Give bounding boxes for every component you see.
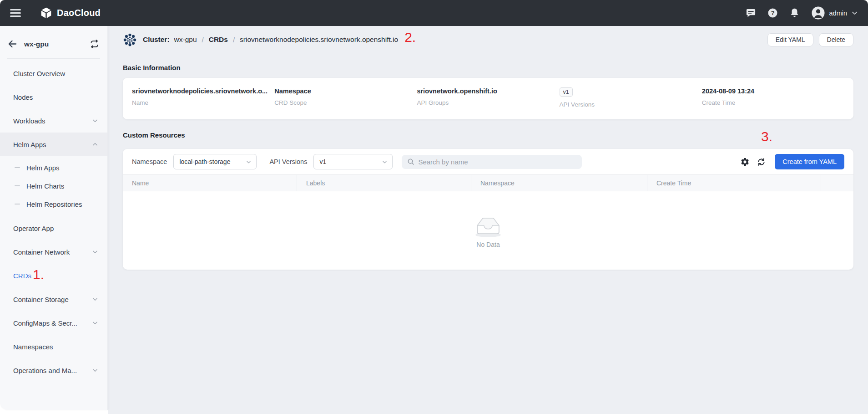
create-from-yaml-button[interactable]: Create from YAML <box>775 154 844 169</box>
chevron-down-icon <box>382 159 388 165</box>
gear-icon[interactable] <box>740 157 750 167</box>
back-arrow-icon[interactable] <box>7 39 18 49</box>
topbar-actions: ? admin <box>746 6 858 20</box>
user-menu[interactable]: admin <box>811 6 858 20</box>
filter-toolbar: Namespace local-path-storage API Version… <box>123 149 853 174</box>
field-name: sriovnetworknodepolicies.sriovnetwork.o.… <box>132 78 274 119</box>
daocloud-cube-icon <box>40 7 52 19</box>
column-header-namespace: Namespace <box>471 175 647 191</box>
breadcrumb-cluster-value[interactable]: wx-gpu <box>174 36 197 44</box>
empty-tray-icon <box>474 212 503 238</box>
chevron-down-icon <box>851 10 858 16</box>
chat-icon[interactable] <box>746 8 756 18</box>
chevron-down-icon <box>92 296 98 302</box>
sidebar-item-crds[interactable]: CRDs 1. <box>0 264 107 287</box>
sidebar-cluster-name: wx-gpu <box>24 40 49 48</box>
api-versions-select-value: v1 <box>319 158 382 165</box>
breadcrumb-cluster-label: Cluster: <box>143 36 170 44</box>
sidebar-item-cluster-overview[interactable]: Cluster Overview <box>0 61 107 85</box>
field-label: API Versions <box>560 101 702 108</box>
annotation-1: 1. <box>33 267 44 282</box>
field-label: API Groups <box>417 99 559 106</box>
sidebar-item-container-network[interactable]: Container Network <box>0 240 107 264</box>
sidebar-header: wx-gpu <box>0 26 107 49</box>
switch-cluster-icon[interactable] <box>90 39 99 49</box>
api-versions-filter-label: API Versions <box>269 158 307 165</box>
column-header-create-time: Create Time <box>647 175 821 191</box>
field-label: CRD Scope <box>274 99 417 106</box>
breadcrumb: Cluster: wx-gpu / CRDs / sriovnetworknod… <box>123 26 853 53</box>
api-groups-value: sriovnetwork.openshift.io <box>417 87 559 95</box>
sidebar-subitem-helm-charts[interactable]: Helm Charts <box>0 177 107 195</box>
sidebar-item-helm-apps-group[interactable]: Helm Apps <box>0 133 107 156</box>
sidebar-item-label: Operator App <box>13 225 54 232</box>
sidebar-menu: Cluster Overview Nodes Workloads Helm Ap… <box>0 59 107 382</box>
field-label: Create Time <box>702 99 844 106</box>
main-content: Cluster: wx-gpu / CRDs / sriovnetworknod… <box>108 26 868 414</box>
annotation-3: 3. <box>761 129 772 144</box>
custom-resources-card: Namespace local-path-storage API Version… <box>123 149 853 270</box>
dash-icon <box>15 204 20 204</box>
api-versions-select[interactable]: v1 <box>313 154 393 169</box>
chevron-down-icon <box>92 367 98 373</box>
notification-bell-icon[interactable] <box>789 8 800 18</box>
helm-apps-submenu: Helm Apps Helm Charts Helm Repositories <box>0 156 107 214</box>
field-crd-scope: Namespace CRD Scope <box>274 78 417 119</box>
field-api-groups: sriovnetwork.openshift.io API Groups <box>417 78 559 119</box>
top-bar: DaoCloud ? <box>0 0 868 26</box>
chevron-down-icon <box>92 320 98 326</box>
api-version-badge: v1 <box>560 87 573 97</box>
delete-button[interactable]: Delete <box>819 33 853 46</box>
empty-state: No Data <box>123 191 853 269</box>
field-api-versions: v1 API Versions <box>560 78 702 119</box>
namespace-filter-label: Namespace <box>132 158 167 165</box>
create-time-value: 2024-08-09 13:24 <box>702 87 844 95</box>
hamburger-menu-icon[interactable] <box>10 7 21 19</box>
basic-information-card: sriovnetworknodepolicies.sriovnetwork.o.… <box>123 78 853 119</box>
edit-yaml-button[interactable]: Edit YAML <box>767 33 813 46</box>
chevron-down-icon <box>92 118 98 124</box>
sidebar-item-label: ConfigMaps & Secr... <box>13 319 77 327</box>
sidebar-item-operator-app[interactable]: Operator App <box>0 216 107 240</box>
sidebar-item-container-storage[interactable]: Container Storage <box>0 287 107 311</box>
table-header: Name Labels Namespace Create Time <box>123 174 853 191</box>
sidebar-item-label: Helm Charts <box>26 182 64 190</box>
sidebar-item-namespaces[interactable]: Namespaces <box>0 335 107 358</box>
sidebar-item-label: Container Storage <box>13 296 69 303</box>
sidebar-item-label: Operations and Ma... <box>13 367 77 374</box>
crd-name-value: sriovnetworknodepolicies.sriovnetwork.o.… <box>132 87 274 95</box>
sidebar-item-configmaps-secrets[interactable]: ConfigMaps & Secr... <box>0 311 107 335</box>
search-icon <box>407 158 414 165</box>
column-header-labels: Labels <box>297 175 471 191</box>
sidebar: wx-gpu Cluster Overview Nodes Workloads <box>0 26 108 410</box>
chevron-up-icon <box>92 141 98 148</box>
column-header-actions <box>821 175 853 191</box>
sidebar-subitem-helm-repositories[interactable]: Helm Repositories <box>0 195 107 213</box>
user-name: admin <box>829 10 848 17</box>
breadcrumb-separator: / <box>202 36 204 44</box>
sidebar-subitem-helm-apps[interactable]: Helm Apps <box>0 158 107 177</box>
avatar <box>811 6 825 20</box>
refresh-icon[interactable] <box>757 157 766 167</box>
field-label: Name <box>132 99 274 106</box>
sidebar-item-nodes[interactable]: Nodes <box>0 85 107 109</box>
sidebar-item-label: Helm Repositories <box>26 200 82 208</box>
sidebar-item-label: Workloads <box>13 117 45 125</box>
dash-icon <box>15 185 20 186</box>
field-create-time: 2024-08-09 13:24 Create Time <box>702 78 844 119</box>
namespace-select-value: local-path-storage <box>179 158 246 165</box>
cluster-dots-icon <box>123 33 137 47</box>
search-box <box>402 155 582 169</box>
page-actions: Edit YAML Delete <box>767 33 853 46</box>
custom-resources-title: Custom Resources <box>123 131 185 139</box>
sidebar-item-workloads[interactable]: Workloads <box>0 109 107 133</box>
dash-icon <box>15 167 20 168</box>
search-input[interactable] <box>418 158 576 166</box>
breadcrumb-section-crds[interactable]: CRDs <box>209 36 228 44</box>
help-icon[interactable]: ? <box>767 8 778 18</box>
breadcrumb-separator: / <box>233 36 235 44</box>
chevron-down-icon <box>246 159 252 165</box>
sidebar-item-operations-maintenance[interactable]: Operations and Ma... <box>0 358 107 382</box>
column-header-name: Name <box>123 175 297 191</box>
namespace-select[interactable]: local-path-storage <box>173 154 257 169</box>
